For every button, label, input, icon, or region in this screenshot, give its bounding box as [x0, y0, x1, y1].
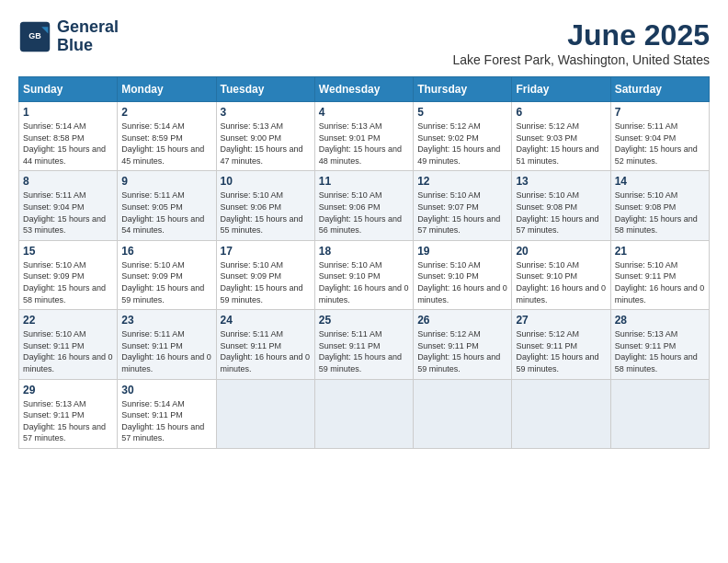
column-header-friday: Friday	[512, 77, 610, 102]
day-number: 10	[221, 175, 311, 188]
day-info: Sunrise: 5:10 AMSunset: 9:06 PMDaylight:…	[221, 190, 311, 236]
day-number: 25	[319, 314, 409, 327]
day-info: Sunrise: 5:11 AMSunset: 9:04 PMDaylight:…	[23, 190, 113, 236]
page-subtitle: Lake Forest Park, Washington, United Sta…	[452, 52, 710, 67]
column-header-tuesday: Tuesday	[216, 77, 314, 102]
day-number: 15	[23, 245, 113, 258]
day-info: Sunrise: 5:14 AMSunset: 8:59 PMDaylight:…	[121, 121, 211, 167]
day-number: 16	[121, 245, 211, 258]
calendar-cell: 15Sunrise: 5:10 AMSunset: 9:09 PMDayligh…	[19, 240, 118, 309]
day-info: Sunrise: 5:14 AMSunset: 8:58 PMDaylight:…	[23, 121, 113, 167]
calendar-cell: 9Sunrise: 5:11 AMSunset: 9:05 PMDaylight…	[118, 171, 216, 240]
day-number: 21	[615, 245, 705, 258]
day-number: 29	[23, 384, 113, 396]
day-info: Sunrise: 5:12 AMSunset: 9:02 PMDaylight:…	[417, 121, 507, 167]
day-number: 5	[417, 106, 507, 119]
day-number: 1	[23, 106, 113, 119]
calendar-cell: 24Sunrise: 5:11 AMSunset: 9:11 PMDayligh…	[216, 310, 314, 379]
day-info: Sunrise: 5:10 AMSunset: 9:06 PMDaylight:…	[319, 190, 409, 236]
day-number: 7	[615, 106, 705, 119]
column-header-saturday: Saturday	[610, 77, 709, 102]
column-header-thursday: Thursday	[414, 77, 512, 102]
title-area: June 2025 Lake Forest Park, Washington, …	[452, 18, 710, 67]
day-info: Sunrise: 5:11 AMSunset: 9:11 PMDaylight:…	[319, 328, 409, 374]
calendar-cell: 6Sunrise: 5:12 AMSunset: 9:03 PMDaylight…	[512, 102, 610, 171]
day-number: 30	[121, 384, 211, 396]
day-info: Sunrise: 5:13 AMSunset: 9:11 PMDaylight:…	[23, 398, 113, 444]
day-number: 22	[23, 314, 113, 327]
day-info: Sunrise: 5:10 AMSunset: 9:07 PMDaylight:…	[417, 190, 507, 236]
calendar-cell: 28Sunrise: 5:13 AMSunset: 9:11 PMDayligh…	[610, 310, 709, 379]
day-info: Sunrise: 5:10 AMSunset: 9:11 PMDaylight:…	[615, 259, 705, 305]
calendar-cell: 12Sunrise: 5:10 AMSunset: 9:07 PMDayligh…	[414, 171, 512, 240]
calendar-cell: 3Sunrise: 5:13 AMSunset: 9:00 PMDaylight…	[216, 102, 314, 171]
calendar-cell	[414, 379, 512, 448]
day-info: Sunrise: 5:10 AMSunset: 9:11 PMDaylight:…	[23, 328, 113, 374]
calendar-cell: 27Sunrise: 5:12 AMSunset: 9:11 PMDayligh…	[512, 310, 610, 379]
svg-text:GB: GB	[28, 31, 41, 40]
calendar-week-row: 1Sunrise: 5:14 AMSunset: 8:58 PMDaylight…	[19, 102, 710, 171]
page-header: GB General Blue June 2025 Lake Forest Pa…	[18, 18, 710, 67]
day-info: Sunrise: 5:12 AMSunset: 9:03 PMDaylight:…	[516, 121, 606, 167]
day-number: 28	[615, 314, 705, 327]
day-number: 4	[319, 106, 409, 119]
column-header-monday: Monday	[118, 77, 216, 102]
day-info: Sunrise: 5:13 AMSunset: 9:01 PMDaylight:…	[319, 121, 409, 167]
day-number: 14	[615, 175, 705, 188]
calendar-cell	[314, 379, 413, 448]
day-info: Sunrise: 5:14 AMSunset: 9:11 PMDaylight:…	[121, 398, 211, 444]
calendar-cell: 7Sunrise: 5:11 AMSunset: 9:04 PMDaylight…	[610, 102, 709, 171]
day-info: Sunrise: 5:10 AMSunset: 9:10 PMDaylight:…	[417, 259, 507, 305]
calendar-week-row: 22Sunrise: 5:10 AMSunset: 9:11 PMDayligh…	[19, 310, 710, 379]
page-title: June 2025	[452, 18, 710, 52]
day-info: Sunrise: 5:13 AMSunset: 9:11 PMDaylight:…	[615, 328, 705, 374]
day-info: Sunrise: 5:10 AMSunset: 9:08 PMDaylight:…	[615, 190, 705, 236]
day-number: 13	[516, 175, 606, 188]
day-number: 18	[319, 245, 409, 258]
calendar-week-row: 29Sunrise: 5:13 AMSunset: 9:11 PMDayligh…	[19, 379, 710, 448]
calendar-week-row: 8Sunrise: 5:11 AMSunset: 9:04 PMDaylight…	[19, 171, 710, 240]
calendar-cell: 10Sunrise: 5:10 AMSunset: 9:06 PMDayligh…	[216, 171, 314, 240]
day-info: Sunrise: 5:11 AMSunset: 9:11 PMDaylight:…	[221, 328, 311, 374]
day-number: 20	[516, 245, 606, 258]
day-number: 23	[121, 314, 211, 327]
day-number: 6	[516, 106, 606, 119]
day-info: Sunrise: 5:10 AMSunset: 9:10 PMDaylight:…	[319, 259, 409, 305]
calendar-cell: 29Sunrise: 5:13 AMSunset: 9:11 PMDayligh…	[19, 379, 118, 448]
calendar-cell	[216, 379, 314, 448]
calendar-cell: 22Sunrise: 5:10 AMSunset: 9:11 PMDayligh…	[19, 310, 118, 379]
calendar-cell: 30Sunrise: 5:14 AMSunset: 9:11 PMDayligh…	[118, 379, 216, 448]
column-header-wednesday: Wednesday	[314, 77, 413, 102]
calendar-week-row: 15Sunrise: 5:10 AMSunset: 9:09 PMDayligh…	[19, 240, 710, 309]
calendar-cell: 13Sunrise: 5:10 AMSunset: 9:08 PMDayligh…	[512, 171, 610, 240]
day-number: 12	[417, 175, 507, 188]
day-info: Sunrise: 5:12 AMSunset: 9:11 PMDaylight:…	[516, 328, 606, 374]
calendar-cell: 14Sunrise: 5:10 AMSunset: 9:08 PMDayligh…	[610, 171, 709, 240]
logo-icon: GB	[18, 20, 51, 53]
day-number: 17	[221, 245, 311, 258]
day-info: Sunrise: 5:12 AMSunset: 9:11 PMDaylight:…	[417, 328, 507, 374]
day-number: 19	[417, 245, 507, 258]
calendar-cell: 2Sunrise: 5:14 AMSunset: 8:59 PMDaylight…	[118, 102, 216, 171]
day-number: 8	[23, 175, 113, 188]
calendar-table: SundayMondayTuesdayWednesdayThursdayFrid…	[18, 76, 710, 449]
day-number: 3	[221, 106, 311, 119]
day-number: 24	[221, 314, 311, 327]
calendar-cell: 5Sunrise: 5:12 AMSunset: 9:02 PMDaylight…	[414, 102, 512, 171]
day-number: 2	[121, 106, 211, 119]
calendar-cell: 17Sunrise: 5:10 AMSunset: 9:09 PMDayligh…	[216, 240, 314, 309]
day-info: Sunrise: 5:11 AMSunset: 9:04 PMDaylight:…	[615, 121, 705, 167]
calendar-cell: 11Sunrise: 5:10 AMSunset: 9:06 PMDayligh…	[314, 171, 413, 240]
day-number: 26	[417, 314, 507, 327]
day-info: Sunrise: 5:13 AMSunset: 9:00 PMDaylight:…	[221, 121, 311, 167]
calendar-cell: 21Sunrise: 5:10 AMSunset: 9:11 PMDayligh…	[610, 240, 709, 309]
calendar-cell: 23Sunrise: 5:11 AMSunset: 9:11 PMDayligh…	[118, 310, 216, 379]
logo: GB General Blue	[18, 18, 119, 55]
calendar-cell: 4Sunrise: 5:13 AMSunset: 9:01 PMDaylight…	[314, 102, 413, 171]
calendar-cell: 18Sunrise: 5:10 AMSunset: 9:10 PMDayligh…	[314, 240, 413, 309]
calendar-cell	[610, 379, 709, 448]
day-number: 27	[516, 314, 606, 327]
calendar-cell: 19Sunrise: 5:10 AMSunset: 9:10 PMDayligh…	[414, 240, 512, 309]
day-info: Sunrise: 5:10 AMSunset: 9:08 PMDaylight:…	[516, 190, 606, 236]
day-info: Sunrise: 5:10 AMSunset: 9:09 PMDaylight:…	[23, 259, 113, 305]
